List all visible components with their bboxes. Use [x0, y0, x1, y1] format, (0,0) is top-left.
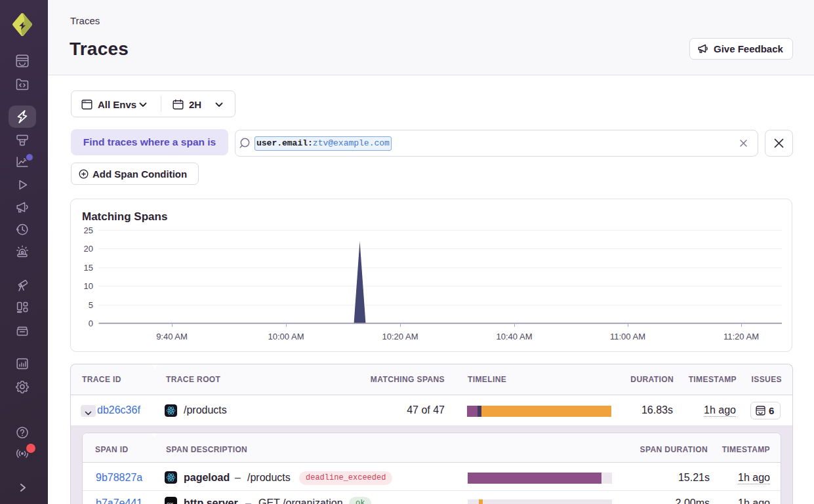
svg-text:ex: ex: [167, 500, 173, 504]
